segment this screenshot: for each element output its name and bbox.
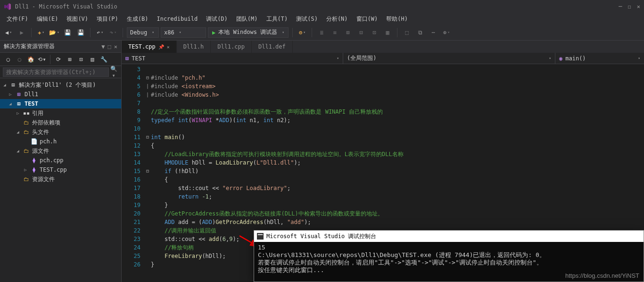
tree-pchcpp[interactable]: ⧫pch.cpp bbox=[0, 156, 121, 165]
sb-wrench-icon[interactable]: 🔧 bbox=[99, 54, 109, 65]
editor-tab[interactable]: TEST.cpp📌✕ bbox=[122, 41, 177, 53]
maximize-button[interactable]: ☐ bbox=[628, 3, 631, 10]
menu-item[interactable]: 团队(M) bbox=[232, 14, 262, 25]
nav-member[interactable]: ◉main()▾ bbox=[555, 53, 644, 64]
platform-combo[interactable]: x86 bbox=[161, 27, 206, 38]
main-toolbar: ◀ ▶ ✚ 📂 💾 💾 ↶ ↷ Debug x86 ▶本地 Windows 调试… bbox=[0, 25, 644, 41]
new-project-button[interactable]: ✚ bbox=[35, 27, 47, 38]
menu-item[interactable]: 编辑(E) bbox=[33, 14, 62, 25]
tool-btn-3[interactable]: ≡ bbox=[329, 27, 340, 38]
sb-showall-icon[interactable]: ⊞ bbox=[65, 54, 75, 65]
save-all-button[interactable]: 💾 bbox=[75, 27, 86, 38]
tree-headers[interactable]: ◢🗀头文件 bbox=[0, 127, 121, 137]
sb-home-icon[interactable]: ◯ bbox=[3, 54, 13, 65]
window-buttons: ─ ☐ ✕ bbox=[619, 3, 640, 10]
menu-item[interactable]: 工具(T) bbox=[263, 14, 292, 25]
nav-bar: ⊞TEST▾ (全局范围)▾ ◉main()▾ bbox=[122, 53, 644, 64]
explorer-search: 🔍▾ bbox=[0, 66, 121, 78]
explorer-toolbar: ◯ ◯ 🏠 ⟲▾ ⟳ ⊞ ⊡ ▤ 🔧 bbox=[0, 53, 121, 66]
tool-btn-9[interactable]: ⧉ bbox=[414, 27, 426, 38]
panel-pin-icon[interactable]: ⬚ bbox=[108, 43, 111, 50]
menu-item[interactable]: 生成(B) bbox=[123, 14, 152, 25]
open-file-button[interactable]: 📂 bbox=[49, 27, 60, 38]
menu-item[interactable]: 文件(F) bbox=[3, 14, 32, 25]
tree-resources[interactable]: 🗀资源文件 bbox=[0, 174, 121, 184]
panel-close-icon[interactable]: ✕ bbox=[114, 43, 117, 50]
tool-btn-10[interactable]: ⋯ bbox=[428, 27, 439, 38]
search-input[interactable] bbox=[3, 67, 109, 77]
menu-item[interactable]: 窗口(W) bbox=[353, 14, 382, 25]
tool-btn-1[interactable]: ⚙ bbox=[297, 27, 308, 38]
svg-rect-2 bbox=[258, 234, 263, 235]
menu-item[interactable]: 测试(S) bbox=[292, 14, 322, 25]
sb-back-icon[interactable]: ◯ bbox=[14, 54, 25, 65]
fold-gutter[interactable]: ⊟||⊟⊟ bbox=[144, 64, 151, 282]
solution-tree: ◢⊞解决方案'Dll1' (2 个项目) ▷⊞Dll1 ◢⊞TEST ▷▪▪引用… bbox=[0, 78, 121, 282]
search-icon[interactable]: 🔍▾ bbox=[109, 66, 118, 79]
vs-logo-icon bbox=[4, 3, 11, 10]
menu-bar: 文件(F)编辑(E)视图(V)项目(P)生成(B)Incredibuild调试(… bbox=[0, 13, 644, 25]
panel-dropdown-icon[interactable]: ▼ bbox=[101, 43, 105, 50]
menu-item[interactable]: Incredibuild bbox=[153, 14, 201, 24]
window-title: Dll1 - Microsoft Visual Studio bbox=[15, 3, 117, 10]
watermark-text: https://blog.csdn.net/YiNST bbox=[565, 272, 639, 279]
sb-sync-icon[interactable]: ⟲▾ bbox=[37, 54, 47, 65]
console-title: Microsoft Visual Studio 调试控制台 bbox=[266, 232, 376, 241]
tool-btn-11[interactable]: ⊕ bbox=[441, 27, 452, 38]
panel-header: 解决方案资源管理器 ▼ ⬚ ✕ bbox=[0, 41, 121, 53]
line-gutter: 3456789101112131415161718192021222324252… bbox=[122, 64, 144, 282]
sb-refresh-icon[interactable]: ⟳ bbox=[53, 54, 64, 65]
tree-solution[interactable]: ◢⊞解决方案'Dll1' (2 个项目) bbox=[0, 80, 121, 90]
sb-preview-icon[interactable]: ▤ bbox=[87, 54, 98, 65]
title-bar: Dll1 - Microsoft Visual Studio ─ ☐ ✕ bbox=[0, 0, 644, 13]
tree-proj-test[interactable]: ◢⊞TEST bbox=[0, 99, 121, 108]
editor-tabs: TEST.cpp📌✕Dll1.hDll1.cppDll1.def bbox=[122, 41, 644, 53]
tree-ext[interactable]: 🗀外部依赖项 bbox=[0, 118, 121, 127]
tree-pchh[interactable]: 📄pch.h bbox=[0, 137, 121, 146]
svg-rect-1 bbox=[257, 233, 264, 240]
tree-sources[interactable]: ◢🗀源文件 bbox=[0, 146, 121, 156]
nav-fwd-button[interactable]: ▶ bbox=[16, 27, 27, 38]
tree-refs[interactable]: ▷▪▪引用 bbox=[0, 108, 121, 118]
tool-btn-5[interactable]: ⊟ bbox=[355, 27, 367, 38]
editor-tab[interactable]: Dll1.def bbox=[252, 41, 293, 53]
console-titlebar[interactable]: Microsoft Visual Studio 调试控制台 bbox=[254, 231, 644, 242]
nav-type[interactable]: (全局范围)▾ bbox=[343, 53, 555, 64]
console-icon bbox=[257, 233, 264, 240]
tool-btn-8[interactable]: ⬚ bbox=[401, 27, 413, 38]
tool-btn-2[interactable]: ≣ bbox=[316, 27, 327, 38]
config-combo[interactable]: Debug bbox=[127, 27, 159, 38]
menu-item[interactable]: 视图(V) bbox=[63, 14, 92, 25]
solution-explorer: 解决方案资源管理器 ▼ ⬚ ✕ ◯ ◯ 🏠 ⟲▾ ⟳ ⊞ ⊡ ▤ 🔧 🔍▾ ◢⊞… bbox=[0, 41, 122, 282]
menu-item[interactable]: 项目(P) bbox=[93, 14, 122, 25]
sb-house-icon[interactable]: 🏠 bbox=[25, 54, 36, 65]
nav-back-button[interactable]: ◀ bbox=[3, 27, 14, 38]
undo-button[interactable]: ↶ bbox=[94, 27, 106, 38]
tree-testcpp[interactable]: ▷⧫TEST.cpp bbox=[0, 165, 121, 174]
panel-title: 解决方案资源管理器 bbox=[4, 42, 55, 50]
nav-scope[interactable]: ⊞TEST▾ bbox=[122, 53, 343, 64]
minimize-button[interactable]: ─ bbox=[619, 3, 622, 10]
tool-btn-6[interactable]: ⊡ bbox=[369, 27, 380, 38]
menu-item[interactable]: 帮助(H) bbox=[382, 14, 412, 25]
menu-item[interactable]: 调试(D) bbox=[202, 14, 231, 25]
redo-button[interactable]: ↷ bbox=[107, 27, 119, 38]
save-button[interactable]: 💾 bbox=[62, 27, 73, 38]
sb-props-icon[interactable]: ⊡ bbox=[76, 54, 86, 65]
tree-proj-dll1[interactable]: ▷⊞Dll1 bbox=[0, 90, 121, 99]
tool-btn-4[interactable]: ⊞ bbox=[342, 27, 354, 38]
editor-tab[interactable]: Dll1.h bbox=[177, 41, 211, 53]
console-output: 15 C:\Users\81331\source\repos\Dll1\Debu… bbox=[254, 242, 644, 276]
close-button[interactable]: ✕ bbox=[637, 3, 640, 10]
tool-btn-7[interactable]: ▦ bbox=[382, 27, 393, 38]
editor-tab[interactable]: Dll1.cpp bbox=[211, 41, 252, 53]
start-debug-button[interactable]: ▶本地 Windows 调试器 bbox=[208, 27, 289, 38]
menu-item[interactable]: 分析(N) bbox=[322, 14, 352, 25]
